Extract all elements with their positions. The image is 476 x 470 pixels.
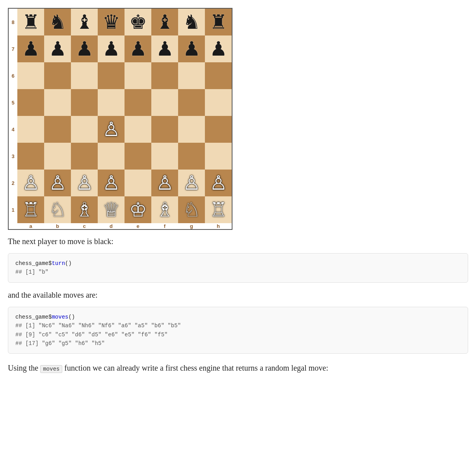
- white-pawn-d4: ♙: [102, 119, 120, 139]
- square-e5: [125, 89, 151, 116]
- square-g4: [178, 116, 205, 143]
- moves-code-line2: ## [1] "Nc6" "Na6" "Nh6" "Nf6" "a6" "a5"…: [15, 321, 461, 330]
- moves-code-line3: ## [9] "c6" "c5" "d6" "d5" "e6" "e5" "f6…: [15, 330, 461, 339]
- file-label-f: f: [151, 223, 178, 229]
- square-b6: [44, 62, 71, 89]
- square-e3: [125, 143, 151, 170]
- black-bishop-f8: ♝: [156, 12, 174, 32]
- square-h5: [205, 89, 232, 116]
- square-h6: [205, 62, 232, 89]
- file-label-b: b: [44, 223, 71, 229]
- chess-board-container: 8♜♞♝♛♚♝♞♜7♟♟♟♟♟♟♟♟654♙32♙♙♙♙♙♙♙1♖♘♗♕♔♗♘♖…: [8, 8, 468, 230]
- square-c4: [71, 116, 98, 143]
- board-rank-8: 8♜♞♝♛♚♝♞♜: [9, 9, 232, 35]
- moves-code-line4: ## [17] "g6" "g5" "h6" "h5": [15, 339, 461, 348]
- square-d7: ♟: [98, 35, 125, 62]
- board-rank-2: 2♙♙♙♙♙♙♙: [9, 170, 232, 196]
- next-player-text: The next player to move is black:: [8, 237, 468, 246]
- square-d5: [98, 89, 125, 116]
- white-bishop-c1: ♗: [76, 200, 93, 220]
- black-pawn-e7: ♟: [129, 39, 147, 59]
- square-b7: ♟: [44, 35, 71, 62]
- board-rank-5: 5: [9, 89, 232, 116]
- moves-code-line1: chess_game$moves(): [15, 313, 461, 321]
- white-pawn-a2: ♙: [22, 173, 40, 193]
- square-h8: ♜: [205, 9, 232, 35]
- square-c1: ♗: [71, 196, 98, 223]
- board-rank-6: 6: [9, 62, 232, 89]
- square-f8: ♝: [151, 9, 178, 35]
- square-a4: [17, 116, 44, 143]
- rank-label-6: 6: [9, 73, 17, 79]
- square-a2: ♙: [17, 170, 44, 196]
- file-labels-row: abcdefgh: [17, 223, 232, 229]
- square-g1: ♘: [178, 196, 205, 223]
- square-g2: ♙: [178, 170, 205, 196]
- black-queen-d8: ♛: [102, 12, 120, 32]
- square-h2: ♙: [205, 170, 232, 196]
- white-queen-d1: ♕: [102, 200, 120, 220]
- black-pawn-f7: ♟: [156, 39, 174, 59]
- black-rook-h8: ♜: [210, 12, 227, 32]
- square-f5: [151, 89, 178, 116]
- square-d3: [98, 143, 125, 170]
- using-the-text: Using the: [8, 364, 38, 372]
- black-pawn-h7: ♟: [210, 39, 227, 59]
- board-rank-4: 4♙: [9, 116, 232, 143]
- square-g3: [178, 143, 205, 170]
- board-rank-7: 7♟♟♟♟♟♟♟♟: [9, 35, 232, 62]
- square-a8: ♜: [17, 9, 44, 35]
- square-b5: [44, 89, 71, 116]
- moves-inline-code: moves: [40, 365, 62, 373]
- white-pawn-d2: ♙: [102, 173, 120, 193]
- file-label-g: g: [178, 223, 205, 229]
- square-g6: [178, 62, 205, 89]
- square-h4: [205, 116, 232, 143]
- black-rook-a8: ♜: [22, 12, 40, 32]
- white-pawn-c2: ♙: [76, 173, 93, 193]
- rank-label-8: 8: [9, 19, 17, 25]
- square-e7: ♟: [125, 35, 151, 62]
- using-rest-text: function we can already write a first ch…: [64, 364, 328, 372]
- rank-label-1: 1: [9, 207, 17, 213]
- rank-label-5: 5: [9, 100, 17, 106]
- file-label-a: a: [17, 223, 44, 229]
- square-a3: [17, 143, 44, 170]
- square-g5: [178, 89, 205, 116]
- square-e6: [125, 62, 151, 89]
- square-b2: ♙: [44, 170, 71, 196]
- white-pawn-h2: ♙: [210, 173, 227, 193]
- square-c5: [71, 89, 98, 116]
- square-d8: ♛: [98, 9, 125, 35]
- square-d4: ♙: [98, 116, 125, 143]
- black-pawn-b7: ♟: [49, 39, 67, 59]
- square-d1: ♕: [98, 196, 125, 223]
- square-f4: [151, 116, 178, 143]
- black-knight-g8: ♞: [183, 12, 201, 32]
- square-d2: ♙: [98, 170, 125, 196]
- square-b1: ♘: [44, 196, 71, 223]
- board-rank-1: 1♖♘♗♕♔♗♘♖: [9, 196, 232, 223]
- white-bishop-f1: ♗: [156, 200, 174, 220]
- square-a7: ♟: [17, 35, 44, 62]
- black-pawn-d7: ♟: [102, 39, 120, 59]
- white-king-e1: ♔: [129, 200, 147, 220]
- file-label-d: d: [98, 223, 125, 229]
- square-f6: [151, 62, 178, 89]
- white-pawn-g2: ♙: [183, 173, 201, 193]
- white-knight-b1: ♘: [49, 200, 67, 220]
- file-label-h: h: [205, 223, 232, 229]
- black-pawn-g7: ♟: [183, 39, 201, 59]
- square-c7: ♟: [71, 35, 98, 62]
- black-pawn-a7: ♟: [22, 39, 40, 59]
- chess-board: 8♜♞♝♛♚♝♞♜7♟♟♟♟♟♟♟♟654♙32♙♙♙♙♙♙♙1♖♘♗♕♔♗♘♖…: [8, 8, 232, 230]
- square-b8: ♞: [44, 9, 71, 35]
- turn-code-line1: chess_game$turn(): [15, 259, 461, 268]
- square-e1: ♔: [125, 196, 151, 223]
- turn-code-line2: ## [1] "b": [15, 268, 461, 276]
- turn-code-block: chess_game$turn() ## [1] "b": [8, 253, 468, 283]
- square-f1: ♗: [151, 196, 178, 223]
- square-d6: [98, 62, 125, 89]
- and-available-text: and the available moves are:: [8, 291, 468, 300]
- square-a6: [17, 62, 44, 89]
